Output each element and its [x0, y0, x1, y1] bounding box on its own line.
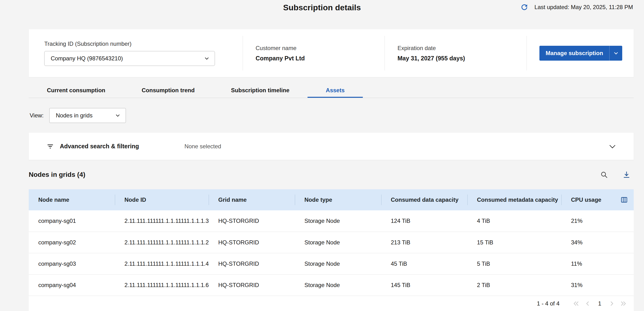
- expiration-date-value: May 31, 2027 (955 days): [398, 55, 526, 62]
- table-cell: 2 TiB: [468, 274, 562, 296]
- first-page-button[interactable]: [572, 299, 581, 308]
- column-settings-header: [614, 189, 634, 210]
- last-updated: Last updated: May 20, 2025, 11:28 PM: [519, 2, 633, 13]
- table-cell: Storage Node: [295, 253, 381, 274]
- table-header-row: Node nameNode IDGrid nameNode typeConsum…: [29, 189, 634, 210]
- table-cell: HQ-STORGRID: [209, 232, 295, 253]
- table-cell: 11%: [562, 253, 614, 274]
- manage-subscription-area: Manage subscription: [527, 46, 634, 61]
- page-header: Subscription details Last updated: May 2…: [0, 0, 644, 15]
- refresh-icon: [520, 3, 529, 12]
- customer-name-label: Customer name: [256, 45, 384, 52]
- refresh-button[interactable]: [519, 2, 530, 13]
- expiration-date-label: Expiration date: [398, 45, 526, 52]
- table-cell: Storage Node: [295, 210, 381, 232]
- tab-assets[interactable]: Assets: [308, 83, 363, 98]
- double-chevron-left-icon: [573, 300, 580, 307]
- table-cell: 34%: [562, 232, 614, 253]
- table-cell: HQ-STORGRID: [209, 210, 295, 232]
- view-select[interactable]: Nodes in grids: [49, 108, 126, 123]
- expand-panel-chevron-icon[interactable]: [608, 142, 616, 150]
- table-header-bar: Nodes in grids (4): [29, 167, 634, 182]
- tracking-id-label: Tracking ID (Subscription number): [44, 41, 243, 47]
- table-cell: company-sg04: [29, 274, 115, 296]
- column-settings-icon: [620, 196, 628, 204]
- column-header: Node type: [295, 189, 381, 210]
- chevron-left-icon: [584, 300, 591, 307]
- table-cell: 15 TiB: [468, 232, 562, 253]
- search-button[interactable]: [599, 169, 609, 180]
- customer-name-value: Company Pvt Ltd: [256, 55, 384, 62]
- table-row: company-sg022.11.111.111111.1.1.11111.1.…: [29, 232, 634, 253]
- pagination-range: 1 - 4 of 4: [537, 300, 560, 307]
- view-select-value: Nodes in grids: [56, 112, 92, 119]
- table-cell: company-sg03: [29, 253, 115, 274]
- download-button[interactable]: [621, 169, 632, 180]
- subscription-details-page: Subscription details Last updated: May 2…: [0, 0, 644, 311]
- table-cell: Storage Node: [295, 274, 381, 296]
- chevron-down-icon: [204, 56, 210, 61]
- page-number[interactable]: 1: [594, 300, 605, 307]
- prev-page-button[interactable]: [583, 299, 592, 308]
- subscription-summary-card: Tracking ID (Subscription number) Compan…: [29, 29, 634, 77]
- table-cell: company-sg02: [29, 232, 115, 253]
- chevron-right-icon: [608, 300, 615, 307]
- table-cell-spacer: [614, 210, 634, 232]
- pagination: 1 - 4 of 4 1: [29, 296, 634, 311]
- table-cell: 124 TiB: [381, 210, 468, 232]
- last-updated-text: Last updated: May 20, 2025, 11:28 PM: [534, 4, 633, 11]
- table-cell: Storage Node: [295, 232, 381, 253]
- table-cell: 2.11.111.111111.1.1.11111.1.1.1.2: [115, 232, 209, 253]
- table-row: company-sg012.11.111.111111.1.1.11111.1.…: [29, 210, 634, 232]
- table-cell: 21%: [562, 210, 614, 232]
- chevron-down-icon: [115, 113, 120, 118]
- chevron-down-icon: [613, 51, 619, 56]
- tab-subscription-timeline[interactable]: Subscription timeline: [213, 83, 308, 98]
- search-icon: [600, 171, 608, 179]
- expiration-date-block: Expiration date May 31, 2027 (955 days): [385, 45, 526, 62]
- manage-subscription-split-button: Manage subscription: [540, 46, 622, 61]
- column-settings-button[interactable]: [619, 195, 630, 205]
- advanced-search-panel[interactable]: Advanced search & filtering None selecte…: [29, 133, 634, 160]
- advanced-search-status: None selected: [184, 143, 221, 150]
- table-cell: 4 TiB: [468, 210, 562, 232]
- table-cell-spacer: [614, 232, 634, 253]
- tracking-id-block: Tracking ID (Subscription number) Compan…: [29, 41, 243, 66]
- advanced-search-label: Advanced search & filtering: [60, 143, 139, 150]
- table-cell-spacer: [614, 274, 634, 296]
- table-cell: HQ-STORGRID: [209, 274, 295, 296]
- manage-subscription-button[interactable]: Manage subscription: [540, 46, 609, 61]
- filter-icon: [46, 142, 54, 151]
- table-cell-spacer: [614, 253, 634, 274]
- tab-consumption-trend[interactable]: Consumption trend: [124, 83, 213, 98]
- download-icon: [622, 171, 630, 179]
- table-cell: 2.11.111.111111.1.1.11111.1.1.1.6: [115, 274, 209, 296]
- nodes-table: Node nameNode IDGrid nameNode typeConsum…: [29, 189, 634, 296]
- manage-subscription-menu-button[interactable]: [609, 46, 622, 61]
- table-actions: [599, 169, 634, 180]
- column-header: Consumed data capacity: [381, 189, 468, 210]
- tracking-id-select[interactable]: Company HQ (9876543210): [44, 51, 215, 66]
- table-cell: company-sg01: [29, 210, 115, 232]
- table-cell: 213 TiB: [381, 232, 468, 253]
- table-body: company-sg012.11.111.111111.1.1.11111.1.…: [29, 210, 634, 296]
- table-cell: 2.11.111.111111.1.1.11111.1.1.1.4: [115, 253, 209, 274]
- page-title: Subscription details: [283, 3, 361, 12]
- table-row: company-sg042.11.111.111111.1.1.11111.1.…: [29, 274, 634, 296]
- column-header: Grid name: [209, 189, 295, 210]
- table-cell: 5 TiB: [468, 253, 562, 274]
- next-page-button[interactable]: [607, 299, 616, 308]
- table-cell: 145 TiB: [381, 274, 468, 296]
- tracking-id-value: Company HQ (9876543210): [51, 55, 123, 62]
- table-title: Nodes in grids (4): [29, 171, 85, 178]
- table-row: company-sg032.11.111.111111.1.1.11111.1.…: [29, 253, 634, 274]
- last-page-button[interactable]: [618, 299, 628, 308]
- view-label: View:: [30, 112, 44, 119]
- tab-current-consumption[interactable]: Current consumption: [29, 83, 124, 98]
- column-header: CPU usage: [562, 189, 614, 210]
- customer-name-block: Customer name Company Pvt Ltd: [243, 45, 384, 62]
- tabs: Current consumptionConsumption trendSubs…: [29, 83, 634, 98]
- column-header: Node name: [29, 189, 115, 210]
- table-cell: HQ-STORGRID: [209, 253, 295, 274]
- column-header: Node ID: [115, 189, 209, 210]
